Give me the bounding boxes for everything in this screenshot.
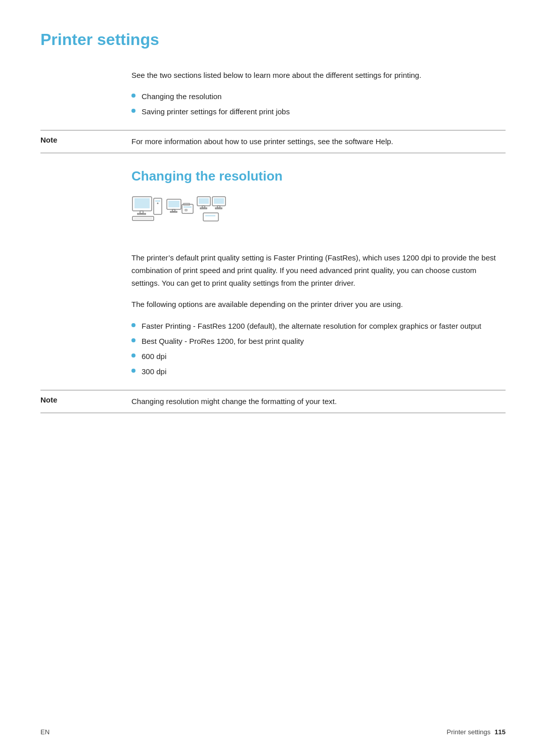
page-title: Printer settings [0, 30, 546, 49]
bullet-text: Faster Printing - FastRes 1200 (default)… [142, 320, 481, 332]
svg-rect-3 [138, 213, 146, 214]
svg-point-6 [157, 203, 159, 204]
svg-rect-24 [215, 208, 222, 209]
options-bullet-list: Faster Printing - FastRes 1200 (default)… [131, 320, 506, 378]
svg-rect-25 [203, 213, 218, 221]
list-item: 300 dpi [131, 366, 506, 378]
bullet-text: 300 dpi [142, 366, 166, 378]
bullet-text: Best Quality - ProRes 1200, for best pri… [142, 335, 304, 347]
bullet-dot-icon [131, 353, 135, 358]
body-paragraph-2: The following options are available depe… [131, 298, 506, 311]
svg-rect-12 [170, 211, 177, 212]
note1-label: Note [40, 136, 131, 148]
bullet-dot-icon [131, 109, 135, 113]
note1-text: For more information about how to use pr… [131, 136, 393, 148]
footer-section-label: Printer settings [447, 728, 491, 736]
note2: Note Changing resolution might change th… [40, 390, 506, 413]
list-item: Saving printer settings for different pr… [131, 106, 506, 118]
list-item: 600 dpi [131, 350, 506, 363]
printer-illustration [131, 194, 506, 240]
footer-page-info: Printer settings 115 [447, 728, 506, 736]
list-item: Faster Printing - FastRes 1200 (default)… [131, 320, 506, 332]
svg-rect-22 [214, 198, 224, 204]
footer-language: EN [40, 728, 50, 736]
intro-text: See the two sections listed below to lea… [131, 69, 506, 81]
svg-rect-18 [199, 198, 209, 204]
svg-rect-14 [184, 206, 192, 208]
intro-bullet-list: Changing the resolution Saving printer s… [131, 91, 506, 118]
svg-rect-5 [155, 200, 160, 202]
note2-text: Changing resolution might change the for… [131, 395, 337, 408]
footer-page-number: 115 [494, 728, 506, 736]
list-item: Changing the resolution [131, 91, 506, 103]
bullet-text: Saving printer settings for different pr… [142, 106, 290, 118]
bullet-dot-icon [131, 338, 135, 342]
svg-rect-20 [200, 208, 207, 209]
page: Printer settings See the two sections li… [0, 0, 546, 756]
note2-wrapper: Note Changing resolution might change th… [0, 390, 546, 413]
note2-label: Note [40, 395, 131, 408]
bullet-text: Changing the resolution [142, 91, 221, 103]
body-paragraph-1: The printer’s default print quality sett… [131, 252, 506, 289]
bullet-text: 600 dpi [142, 350, 166, 363]
footer: EN Printer settings 115 [0, 728, 546, 736]
note1: Note For more information about how to u… [40, 130, 506, 153]
bullet-dot-icon [131, 369, 135, 373]
bullet-dot-icon [131, 94, 135, 98]
note1-wrapper: Note For more information about how to u… [0, 130, 546, 153]
printer-illustration-svg [131, 194, 233, 240]
svg-rect-26 [205, 215, 215, 216]
svg-rect-15 [185, 209, 187, 211]
svg-rect-13 [182, 204, 193, 213]
svg-rect-1 [134, 198, 150, 208]
list-item: Best Quality - ProRes 1200, for best pri… [131, 335, 506, 347]
bullet-dot-icon [131, 323, 135, 327]
svg-rect-10 [168, 201, 179, 207]
svg-rect-8 [134, 217, 152, 219]
section-title: Changing the resolution [131, 168, 506, 184]
